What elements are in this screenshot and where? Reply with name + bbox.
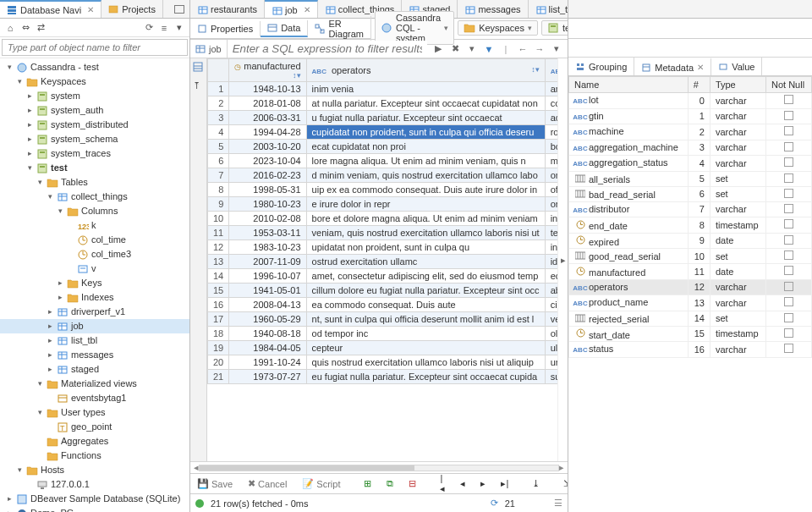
delete-row-icon[interactable]: ⊟: [405, 476, 420, 491]
expand-icon[interactable]: ▸: [26, 107, 34, 114]
meta-name[interactable]: end_date: [569, 217, 689, 234]
row-number[interactable]: 15: [208, 284, 229, 298]
tree-node[interactable]: ▸list_tbl: [0, 333, 189, 348]
nav-back-icon[interactable]: ←: [517, 43, 529, 55]
nav-fwd-icon[interactable]: →: [534, 43, 546, 55]
cell-operators[interactable]: at nulla pariatur. Excepteur sint occaec…: [306, 96, 545, 111]
checkbox-icon[interactable]: [784, 126, 793, 135]
sub-tab-data[interactable]: Data: [261, 20, 308, 37]
side-tab-metadata[interactable]: Metadata✕: [634, 58, 711, 75]
meta-notnull[interactable]: [765, 249, 811, 264]
row-number[interactable]: 3: [208, 111, 229, 125]
table-row[interactable]: 132007-11-09ostrud exercitation ullamcid…: [208, 255, 558, 269]
expand-icon[interactable]: ▸: [26, 135, 34, 143]
last-icon[interactable]: ▸|: [497, 476, 512, 491]
export-icon[interactable]: ⇲: [560, 476, 568, 491]
tab-database-navigator[interactable]: Database Navi ✕: [0, 0, 102, 18]
table-row[interactable]: 201991-10-24quis nostrud exercitation ul…: [208, 355, 558, 370]
meta-row[interactable]: ABCoperators12varchar: [569, 279, 812, 295]
meta-name[interactable]: ABCaggregation_status: [569, 156, 689, 172]
checkbox-icon[interactable]: [784, 111, 793, 120]
cell-operators[interactable]: bore et dolore magna aliqua. Ut enim ad …: [306, 212, 545, 226]
cell-manufactured[interactable]: 1941-05-01: [229, 284, 306, 298]
meta-name[interactable]: ABCaggregation_machine: [569, 140, 689, 156]
meta-notnull[interactable]: [765, 326, 811, 342]
tree-node[interactable]: ▾Materialized views: [0, 377, 189, 391]
editor-tab[interactable]: restaurants: [190, 0, 265, 18]
tree-node[interactable]: ▾User types: [0, 405, 189, 420]
meta-row[interactable]: ABCproduct_name13varchar: [569, 295, 812, 311]
meta-row[interactable]: good_read_serial10set: [569, 249, 812, 264]
expand-icon[interactable]: ▸: [57, 279, 64, 287]
checkbox-icon[interactable]: [784, 157, 793, 167]
meta-name[interactable]: ABCdistributor: [569, 201, 689, 217]
cell-product[interactable]: in voluptate vel: [545, 212, 557, 226]
meta-name[interactable]: bad_read_serial: [569, 186, 689, 201]
expand-icon[interactable]: ▸: [6, 495, 14, 503]
table-row[interactable]: 111953-03-11veniam, quis nostrud exercit…: [208, 226, 558, 240]
tree-node[interactable]: ▸system: [0, 89, 189, 103]
cell-operators[interactable]: quis nostrud exercitation ullamco labori…: [306, 355, 545, 370]
tree-node[interactable]: ▸system_traces: [0, 146, 189, 161]
scroll-right-arrow[interactable]: ▸: [557, 58, 568, 461]
table-row[interactable]: 41994-04-28cupidatat non proident, sunt …: [208, 125, 558, 140]
tree-node[interactable]: ▾test: [0, 161, 189, 175]
row-num-header[interactable]: [208, 59, 229, 82]
cell-manufactured[interactable]: 2016-02-23: [229, 168, 306, 183]
meta-notnull[interactable]: [765, 233, 811, 249]
meta-row[interactable]: ABCgtin1varchar: [569, 108, 812, 124]
cell-operators[interactable]: ea commodo consequat. Duis aute: [306, 298, 545, 312]
meta-row[interactable]: end_date8timestamp: [569, 217, 812, 234]
meta-notnull[interactable]: [765, 186, 811, 201]
cell-product[interactable]: adi: [545, 111, 557, 125]
cell-product[interactable]: off: [545, 183, 557, 197]
checkbox-icon[interactable]: [784, 250, 793, 260]
cell-product[interactable]: mod tempor in: [545, 154, 557, 168]
horizontal-scrollbar[interactable]: ◂ ▸: [190, 461, 568, 473]
tree-node[interactable]: ▾Keyspaces: [0, 74, 189, 89]
tree-node[interactable]: ▸messages: [0, 348, 189, 362]
refresh-icon[interactable]: ⟳: [142, 21, 156, 35]
meta-notnull[interactable]: [765, 217, 811, 234]
tree-node[interactable]: ▸driverperf_v1: [0, 305, 189, 319]
column-header-product[interactable]: ABC product_nam: [545, 59, 557, 82]
grid-icon[interactable]: [193, 62, 205, 74]
fetch-size-icon[interactable]: ⤓: [529, 476, 543, 491]
meta-notnull[interactable]: [765, 264, 811, 280]
tree-node[interactable]: col_time: [0, 233, 189, 247]
meta-row[interactable]: ABCaggregation_machine3varchar: [569, 140, 812, 156]
row-number[interactable]: 19: [208, 341, 229, 355]
table-row[interactable]: 102010-02-08bore et dolore magna aliqua.…: [208, 212, 558, 226]
collapse-icon[interactable]: ▾: [36, 380, 44, 388]
cell-manufactured[interactable]: 1994-04-28: [229, 125, 306, 140]
cell-product[interactable]: borum.Lorem ip: [545, 140, 557, 154]
close-icon[interactable]: ✕: [697, 63, 704, 72]
cell-product[interactable]: ur adipiscing eli: [545, 355, 557, 370]
editor-tab[interactable]: list_tbl: [529, 0, 568, 18]
meta-col-num[interactable]: #: [688, 77, 710, 93]
collapse-icon[interactable]: ▾: [47, 193, 54, 201]
collapse-icon[interactable]: ▾: [36, 179, 44, 186]
cell-operators[interactable]: d minim veniam, quis nostrud exercitatio…: [306, 168, 545, 183]
cell-manufactured[interactable]: 2023-10-04: [229, 154, 306, 168]
minimize-icon[interactable]: [174, 5, 184, 14]
cell-manufactured[interactable]: 2006-03-31: [229, 111, 306, 125]
meta-col-name[interactable]: Name: [569, 77, 689, 93]
meta-notnull[interactable]: [765, 279, 811, 295]
row-number[interactable]: 1: [208, 82, 229, 96]
checkbox-icon[interactable]: [784, 328, 793, 338]
meta-notnull[interactable]: [765, 93, 811, 109]
cell-manufactured[interactable]: 1953-03-11: [229, 226, 306, 240]
meta-row[interactable]: ABCdistributor7varchar: [569, 201, 812, 217]
meta-row[interactable]: manufactured11date: [569, 264, 812, 280]
cell-operators[interactable]: nt, sunt in culpa qui officia deserunt m…: [306, 312, 545, 327]
tree-node[interactable]: ▾Hosts: [0, 463, 189, 477]
collapse-icon[interactable]: ▾: [36, 409, 44, 416]
tree-node[interactable]: ▸Demo_PG: [0, 506, 189, 512]
close-icon[interactable]: ✕: [87, 5, 94, 14]
cell-operators[interactable]: inim venia: [306, 82, 545, 96]
row-number[interactable]: 18: [208, 327, 229, 341]
collapse-icon[interactable]: ⇔: [19, 21, 32, 35]
checkbox-icon[interactable]: [784, 189, 793, 198]
meta-row[interactable]: ABCstatus16varchar: [569, 342, 812, 358]
